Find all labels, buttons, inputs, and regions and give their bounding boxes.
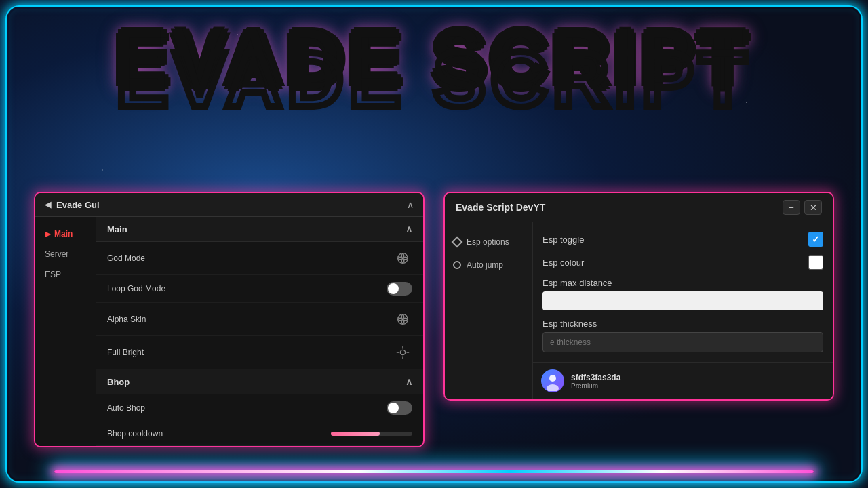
left-panel-title-text: Evade Gui	[56, 200, 100, 210]
esp-colour-picker[interactable]	[808, 255, 823, 270]
esp-toggle-label: Esp toggle	[542, 235, 584, 245]
close-button[interactable]: ✕	[804, 200, 822, 215]
esp-toggle-row: Esp toggle ✓	[542, 232, 823, 247]
right-main: Esp toggle ✓ Esp colour Esp max distance	[533, 222, 833, 362]
menu-item-god-mode: God Mode	[96, 242, 423, 275]
esp-colour-row: Esp colour	[542, 255, 823, 270]
left-panel-header: ◀ Evade Gui ∧	[35, 193, 423, 217]
auto-jump-label: Auto jump	[467, 260, 503, 270]
sidebar-item-esp[interactable]: ESP	[35, 264, 96, 285]
bhop-cooldown-label: Bhop cooldown	[107, 429, 163, 439]
section-bhop-chevron: ∧	[406, 376, 412, 387]
left-panel-title-row: ◀ Evade Gui	[45, 200, 100, 210]
minimize-button[interactable]: −	[783, 200, 800, 215]
section-main-header[interactable]: Main ∧	[96, 217, 423, 242]
menu-item-alpha-skin: Alpha Skin	[96, 303, 423, 336]
menu-item-auto-bhop: Auto Bhop	[96, 394, 423, 422]
sidebar-item-auto-jump[interactable]: Auto jump	[445, 253, 532, 277]
esp-thickness-input[interactable]	[542, 332, 823, 352]
sidebar-arrow-icon: ▶	[45, 230, 50, 239]
esp-thickness-label: Esp thickness	[542, 319, 823, 329]
svg-point-8	[549, 375, 556, 382]
esp-distance-group: Esp max distance	[542, 278, 823, 310]
user-profile: sfdfs3fas3da Premium	[533, 362, 833, 399]
esp-colour-label: Esp colour	[542, 258, 584, 268]
loop-god-mode-label: Loop God Mode	[107, 284, 165, 293]
title-outline: EVADE SCRIPT	[0, 41, 868, 119]
esp-distance-input[interactable]	[542, 291, 823, 310]
right-panel-title-text: Evade Script DevYT	[456, 202, 545, 213]
right-panel-body: Esp options Auto jump Esp toggle ✓	[445, 222, 833, 399]
menu-item-full-bright: Full Bright	[96, 336, 423, 369]
right-panel-header: Evade Script DevYT − ✕	[445, 193, 833, 222]
slider-fill	[331, 432, 380, 436]
panels-container: ◀ Evade Gui ∧ ▶ Main Server ESP	[34, 192, 834, 447]
esp-thickness-group: Esp thickness	[542, 319, 823, 352]
left-panel: ◀ Evade Gui ∧ ▶ Main Server ESP	[34, 192, 425, 447]
section-bhop-header[interactable]: Bhop ∧	[96, 369, 423, 394]
title-container: EVADE SCRIPT EVADE SCRIPT	[0, 20, 868, 98]
alpha-skin-toggle-icon[interactable]	[393, 310, 412, 329]
alpha-skin-label: Alpha Skin	[107, 314, 146, 324]
sidebar-item-main[interactable]: ▶ Main	[35, 224, 96, 244]
section-main-chevron: ∧	[406, 224, 412, 235]
right-sidebar: Esp options Auto jump	[445, 222, 533, 399]
circle-icon	[453, 261, 461, 269]
user-info: sfdfs3fas3da Premium	[571, 373, 620, 390]
god-mode-label: God Mode	[107, 253, 145, 263]
sidebar-main-label: Main	[54, 229, 73, 239]
left-main-content: Main ∧ God Mode	[96, 217, 423, 446]
section-bhop-label: Bhop	[107, 377, 130, 387]
esp-distance-label: Esp max distance	[542, 278, 823, 288]
esp-toggle-checkbox[interactable]: ✓	[808, 232, 823, 247]
full-bright-toggle-icon[interactable]	[393, 343, 412, 362]
back-icon[interactable]: ◀	[45, 200, 51, 209]
esp-options-label: Esp options	[467, 237, 509, 247]
svg-point-2	[400, 350, 405, 354]
diamond-icon	[452, 237, 463, 248]
user-avatar	[541, 369, 564, 392]
left-panel-body: ▶ Main Server ESP Main ∧ God Mode	[35, 217, 423, 446]
section-main-label: Main	[107, 224, 127, 235]
sidebar-server-label: Server	[45, 249, 68, 259]
auto-bhop-toggle[interactable]	[387, 401, 412, 415]
full-bright-label: Full Bright	[107, 348, 144, 357]
left-panel-close-icon[interactable]: ∧	[407, 199, 414, 210]
right-main-wrapper: Esp toggle ✓ Esp colour Esp max distance	[533, 222, 833, 399]
sidebar-item-esp-options[interactable]: Esp options	[445, 230, 532, 253]
loop-god-mode-toggle[interactable]	[387, 282, 412, 296]
sidebar-esp-label: ESP	[45, 270, 61, 279]
sidebar-item-server[interactable]: Server	[35, 244, 96, 264]
god-mode-toggle-icon[interactable]	[393, 249, 412, 268]
menu-item-bhop-cooldown: Bhop cooldown	[96, 422, 423, 446]
user-badge-text: Premium	[571, 382, 620, 390]
auto-bhop-label: Auto Bhop	[107, 403, 145, 413]
username-text: sfdfs3fas3da	[571, 373, 620, 382]
right-panel-controls: − ✕	[783, 200, 822, 215]
bhop-cooldown-slider[interactable]	[331, 432, 412, 436]
right-panel: Evade Script DevYT − ✕ Esp options Auto …	[443, 192, 834, 401]
menu-item-loop-god-mode: Loop God Mode	[96, 275, 423, 303]
left-sidebar: ▶ Main Server ESP	[35, 217, 96, 446]
